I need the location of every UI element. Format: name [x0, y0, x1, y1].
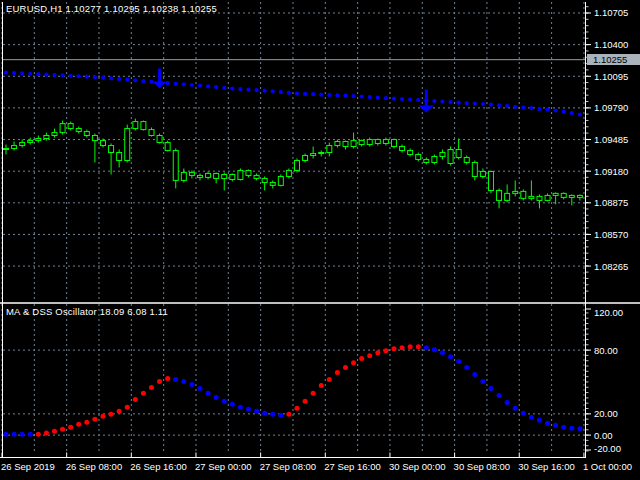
- oscillator-plot-area[interactable]: [3, 305, 585, 457]
- panel-splitter[interactable]: [0, 301, 640, 306]
- chart-window: 1.107051.104001.100951.097901.094851.091…: [0, 0, 640, 480]
- price-scale[interactable]: [586, 2, 640, 457]
- time-scale[interactable]: [0, 458, 640, 477]
- main-chart-plot-area[interactable]: [3, 2, 585, 302]
